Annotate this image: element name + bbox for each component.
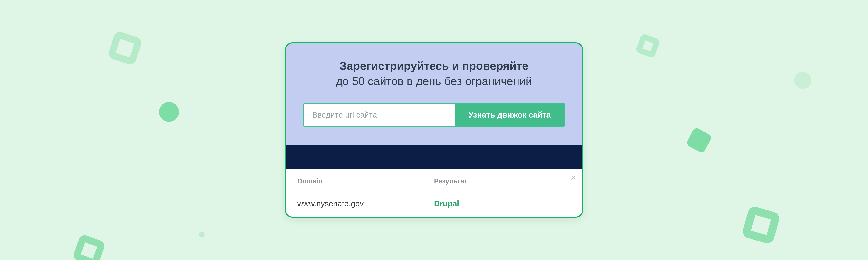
decoration-square-outline	[635, 33, 661, 59]
column-header-domain: Domain	[298, 177, 434, 185]
column-header-result: Результат	[434, 177, 571, 185]
results-header-row: Domain Результат	[298, 169, 571, 191]
decoration-circle	[159, 102, 179, 122]
decoration-circle	[199, 232, 205, 237]
result-domain: www.nysenate.gov	[298, 199, 434, 208]
result-row: www.nysenate.gov Drupal	[298, 191, 571, 210]
heading-line-2: до 50 сайтов в день без ограничений	[336, 75, 532, 87]
result-engine: Drupal	[434, 199, 571, 208]
decoration-square-outline	[107, 30, 143, 66]
decoration-square-outline	[741, 205, 781, 245]
url-input[interactable]	[304, 104, 455, 126]
results-panel: × Domain Результат www.nysenate.gov Drup…	[286, 169, 582, 217]
decoration-square-outline	[72, 233, 106, 260]
cms-detector-card: Зарегистрируйтесь и проверяйте до 50 сай…	[285, 42, 583, 218]
card-header-area: Зарегистрируйтесь и проверяйте до 50 сай…	[286, 43, 582, 145]
url-input-group: Узнать движок сайта	[303, 103, 565, 126]
heading: Зарегистрируйтесь и проверяйте до 50 сай…	[303, 58, 565, 89]
decoration-circle	[794, 72, 811, 89]
heading-line-1: Зарегистрируйтесь и проверяйте	[303, 58, 565, 74]
divider-band	[286, 145, 582, 169]
close-icon[interactable]: ×	[570, 173, 576, 182]
decoration-square-solid	[685, 127, 712, 154]
detect-engine-button[interactable]: Узнать движок сайта	[455, 104, 564, 126]
